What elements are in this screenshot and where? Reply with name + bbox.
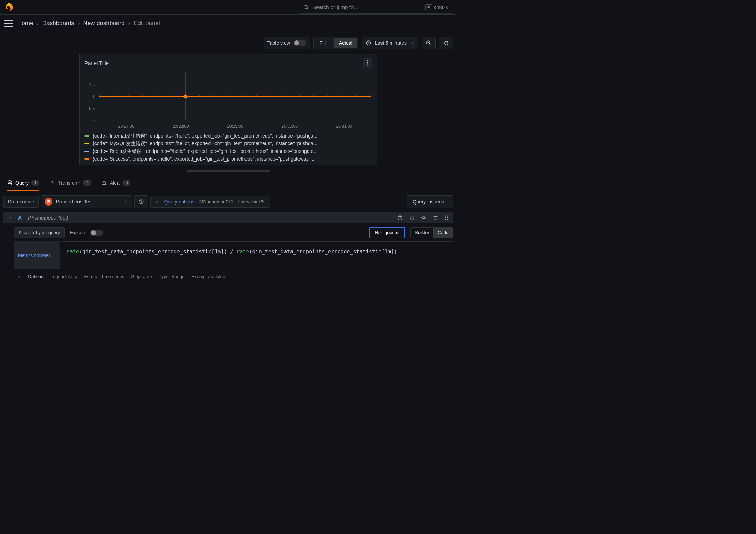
datasource-label: Data source — [3, 196, 39, 208]
svg-line-4 — [429, 44, 430, 45]
zoom-out-button[interactable] — [422, 37, 436, 49]
svg-point-17 — [113, 96, 115, 97]
clock-icon — [366, 40, 371, 46]
resize-handle[interactable] — [187, 170, 270, 172]
transform-icon — [50, 180, 55, 186]
drag-handle-icon[interactable] — [445, 215, 449, 221]
svg-point-19 — [142, 96, 143, 97]
help-icon — [138, 199, 144, 205]
svg-point-0 — [304, 5, 307, 8]
legend-item[interactable]: {code="Internal发生错误", endpoints="/hello"… — [84, 132, 372, 140]
chevron-down-icon — [124, 200, 128, 204]
copy-icon[interactable] — [409, 215, 415, 221]
svg-point-21 — [170, 96, 172, 97]
svg-point-43 — [423, 217, 424, 218]
svg-point-28 — [270, 96, 272, 97]
query-inspector-button[interactable]: Query inspector — [407, 195, 453, 208]
zoom-out-icon — [426, 40, 431, 46]
breadcrumb-item[interactable]: New dashboard — [83, 20, 124, 27]
svg-point-44 — [445, 216, 446, 217]
grafana-logo[interactable] — [4, 2, 14, 12]
builder-mode-button[interactable]: Builder — [411, 228, 433, 238]
svg-point-16 — [99, 96, 101, 97]
legend-item[interactable]: {code="MySQL发生错误", endpoints="/hello", e… — [84, 140, 372, 148]
tab-query[interactable]: Query 1 — [7, 175, 39, 191]
svg-point-33 — [341, 96, 343, 97]
eye-icon[interactable] — [421, 215, 426, 221]
breadcrumb: Home › Dashboards › New dashboard › Edit… — [17, 20, 160, 27]
table-view-toggle[interactable]: Table view — [264, 37, 310, 49]
svg-point-49 — [447, 219, 448, 220]
global-search[interactable]: ⌘ cmd+k — [299, 1, 452, 14]
tab-transform[interactable]: Transform 0 — [50, 175, 91, 191]
chevron-right-icon — [155, 200, 159, 204]
breadcrumb-current: Edit panel — [134, 20, 160, 27]
legend-swatch — [84, 158, 89, 160]
svg-point-26 — [241, 96, 243, 97]
breadcrumb-item[interactable]: Home — [17, 20, 33, 27]
query-ds-name: (Prometheus-Test) — [28, 215, 68, 221]
legend-swatch — [84, 135, 89, 137]
search-icon — [303, 5, 309, 10]
prometheus-icon — [45, 198, 52, 206]
kick-start-button[interactable]: Kick start your query — [14, 227, 65, 238]
breadcrumb-item[interactable]: Dashboards — [42, 20, 74, 27]
legend-item[interactable]: {code="Success", endpoints="/hello", exp… — [84, 155, 372, 162]
query-row-header[interactable]: A (Prometheus-Test) — [3, 212, 453, 223]
search-input[interactable] — [312, 4, 422, 10]
svg-point-18 — [127, 96, 129, 97]
tab-alert[interactable]: Alert 0 — [101, 175, 130, 191]
svg-point-35 — [370, 96, 371, 97]
svg-point-25 — [227, 96, 229, 97]
svg-point-20 — [156, 96, 158, 97]
svg-point-8 — [367, 64, 368, 65]
chart-canvas[interactable]: 21.510.50 20:27:0020:28:0020:29:0020:30:… — [84, 70, 372, 129]
editor-mode-toggle: Builder Code — [410, 227, 453, 238]
svg-point-41 — [400, 219, 400, 219]
query-options[interactable]: Query options MD = auto = 710 Interval =… — [150, 196, 270, 208]
time-range-picker[interactable]: Last 5 minutes — [362, 37, 418, 49]
datasource-picker[interactable]: Prometheus-Test — [41, 195, 132, 208]
query-ref-id: A — [18, 215, 22, 221]
svg-point-39 — [141, 203, 142, 203]
database-icon — [7, 180, 13, 186]
legend-swatch — [84, 151, 89, 152]
svg-rect-42 — [411, 217, 414, 220]
query-options-summary[interactable]: Options Legend: Auto Format: Time series… — [17, 274, 453, 279]
code-mode-button[interactable]: Code — [433, 228, 453, 238]
svg-point-30 — [298, 96, 300, 97]
datasource-help-button[interactable] — [134, 195, 148, 208]
svg-point-7 — [367, 62, 368, 63]
query-expression-input[interactable]: rate(gin_test_data_endpoints_errcode_sta… — [62, 241, 453, 269]
svg-point-46 — [445, 217, 446, 218]
chevron-down-icon — [8, 216, 12, 220]
svg-point-27 — [256, 96, 257, 97]
panel-menu-button[interactable] — [363, 58, 372, 68]
kebab-icon — [367, 60, 368, 66]
actual-button[interactable]: Actual — [334, 38, 357, 48]
toggle-switch[interactable] — [294, 40, 306, 46]
metrics-browser-button[interactable]: Metrics browser — [14, 241, 60, 269]
svg-point-29 — [284, 96, 286, 97]
legend-item[interactable]: {code="Redis发生错误", endpoints="/hello", e… — [84, 148, 372, 155]
svg-point-45 — [447, 216, 448, 217]
chevron-right-icon — [17, 275, 21, 279]
refresh-button[interactable] — [439, 37, 453, 49]
trash-icon[interactable] — [433, 215, 438, 221]
fill-button[interactable]: Fill — [315, 38, 331, 48]
chart-legend: {code="Internal发生错误", endpoints="/hello"… — [84, 132, 372, 162]
refresh-icon — [444, 40, 449, 46]
svg-point-32 — [327, 96, 329, 97]
help-icon[interactable] — [397, 215, 403, 221]
svg-line-1 — [307, 8, 308, 9]
explain-toggle[interactable] — [90, 230, 103, 236]
run-queries-button[interactable]: Run queries — [369, 227, 405, 238]
menu-toggle-icon[interactable] — [4, 20, 13, 27]
panel: Panel Title 21.510.50 20:27:0020:28:0020… — [79, 54, 377, 165]
svg-point-6 — [367, 60, 368, 61]
svg-point-36 — [184, 95, 187, 98]
bell-icon — [101, 180, 107, 186]
fill-actual-segment: Fill Actual — [313, 37, 358, 49]
svg-point-37 — [8, 181, 12, 182]
svg-point-23 — [199, 96, 201, 97]
